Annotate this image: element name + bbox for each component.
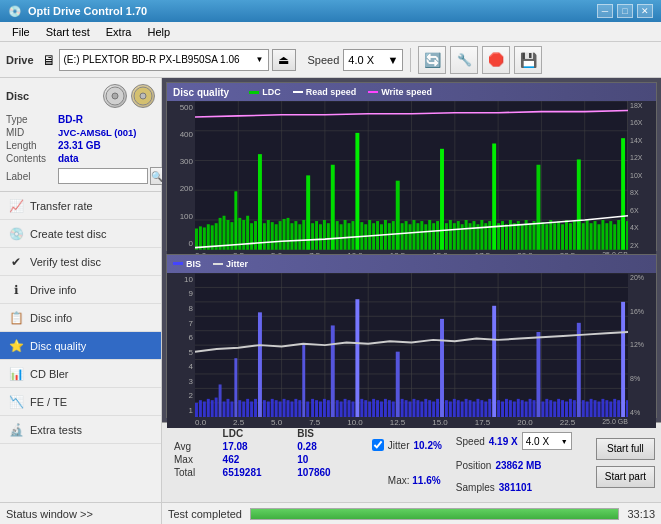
y-label: 7 — [189, 319, 193, 328]
svg-rect-149 — [199, 400, 202, 417]
menu-bar: File Start test Extra Help — [0, 22, 661, 42]
svg-rect-79 — [432, 223, 435, 250]
speed-value: 4.0 X — [348, 54, 374, 66]
svg-rect-40 — [275, 224, 278, 250]
drive-dropdown-value: (E:) PLEXTOR BD-R PX-LB950SA 1.06 — [64, 54, 240, 65]
svg-rect-214 — [461, 401, 464, 417]
jitter-max-label: Max: — [388, 475, 412, 486]
menu-extra[interactable]: Extra — [98, 24, 140, 40]
chart2-title: BIS Jitter — [173, 259, 248, 269]
nav-drive-info[interactable]: ℹ Drive info — [0, 276, 161, 304]
nav-fe-te-label: FE / TE — [30, 396, 67, 408]
col-header-bis: BIS — [291, 427, 358, 440]
svg-rect-122 — [605, 223, 608, 250]
speed-dropdown[interactable]: 4.0 X ▼ — [343, 49, 403, 71]
stats-left: LDC BIS Avg 17.08 0.28 Max 462 — [162, 423, 364, 502]
svg-rect-238 — [557, 399, 560, 417]
nav-verify-test-disc[interactable]: ✔ Verify test disc — [0, 248, 161, 276]
svg-rect-48 — [306, 175, 310, 249]
chart2-container: BIS Jitter 10 9 8 7 6 — [166, 254, 657, 418]
y-right-label: 12% — [630, 341, 644, 348]
svg-rect-119 — [594, 221, 597, 250]
save-button[interactable]: 💾 — [514, 46, 542, 74]
x-axis-label: 2.5 — [233, 418, 244, 427]
svg-rect-192 — [372, 399, 375, 417]
chart1-title-bar: Disc quality LDC Read speed Write speed — [167, 83, 656, 101]
menu-file[interactable]: File — [4, 24, 38, 40]
create-test-disc-icon: 💿 — [8, 226, 24, 242]
minimize-button[interactable]: ─ — [597, 4, 613, 18]
drive-dropdown[interactable]: (E:) PLEXTOR BD-R PX-LB950SA 1.06 ▼ — [59, 49, 269, 71]
nav-create-test-disc[interactable]: 💿 Create test disc — [0, 220, 161, 248]
jitter-legend-label: Jitter — [226, 259, 248, 269]
svg-rect-181 — [327, 400, 330, 417]
svg-rect-36 — [258, 154, 262, 250]
svg-rect-71 — [401, 223, 404, 250]
y-right-label: 6X — [630, 207, 639, 214]
extra-tests-icon: 🔬 — [8, 422, 24, 438]
nav-disc-quality-label: Disc quality — [30, 340, 86, 352]
svg-rect-58 — [348, 223, 351, 250]
y-label: 9 — [189, 289, 193, 298]
settings-button[interactable]: 🔧 — [450, 46, 478, 74]
svg-rect-220 — [484, 401, 487, 417]
progress-bar-fill — [251, 509, 618, 519]
close-button[interactable]: ✕ — [637, 4, 653, 18]
chart1-title: Disc quality LDC Read speed Write speed — [173, 87, 432, 98]
jitter-checkbox[interactable] — [372, 439, 384, 451]
start-part-button[interactable]: Start part — [596, 466, 655, 488]
chart2-body: 10 9 8 7 6 5 4 3 2 1 — [167, 273, 656, 417]
svg-rect-76 — [420, 221, 423, 250]
svg-rect-72 — [405, 221, 408, 250]
stats-table: LDC BIS Avg 17.08 0.28 Max 462 — [168, 427, 358, 479]
chevron-down-icon: ▼ — [561, 438, 568, 445]
menu-help[interactable]: Help — [139, 24, 178, 40]
svg-rect-51 — [319, 224, 322, 250]
svg-rect-78 — [428, 220, 431, 250]
status-window-label: Status window >> — [6, 508, 93, 520]
svg-rect-88 — [469, 223, 472, 250]
start-full-button[interactable]: Start full — [596, 438, 655, 460]
menu-start-test[interactable]: Start test — [38, 24, 98, 40]
svg-rect-81 — [440, 149, 444, 250]
svg-rect-209 — [440, 319, 444, 417]
svg-rect-222 — [492, 306, 496, 417]
speed-stat-select[interactable]: 4.0 X ▼ — [522, 432, 572, 450]
samples-row: Samples 381101 — [456, 482, 584, 493]
disc-icon-2 — [131, 84, 155, 108]
jitter-max-value: 11.6% — [412, 475, 440, 486]
restore-button[interactable]: □ — [617, 4, 633, 18]
nav-fe-te[interactable]: 📉 FE / TE — [0, 388, 161, 416]
svg-rect-253 — [617, 400, 620, 417]
disc-mid-value: JVC-AMS6L (001) — [58, 127, 137, 138]
nav-disc-info[interactable]: 📋 Disc info — [0, 304, 161, 332]
nav-transfer-rate[interactable]: 📈 Transfer rate — [0, 192, 161, 220]
fe-te-icon: 📉 — [8, 394, 24, 410]
svg-rect-170 — [283, 399, 286, 417]
eject-button[interactable]: ⏏ — [272, 49, 296, 71]
status-window-button[interactable]: Status window >> — [0, 502, 162, 524]
svg-rect-184 — [340, 401, 343, 417]
svg-rect-94 — [492, 144, 496, 250]
chart1-y-axis-left: 500 400 300 200 100 0 — [167, 101, 195, 250]
svg-rect-160 — [242, 401, 245, 417]
svg-rect-158 — [234, 358, 237, 417]
svg-rect-49 — [311, 223, 314, 250]
title-bar-controls: ─ □ ✕ — [597, 4, 653, 18]
svg-rect-243 — [577, 323, 581, 417]
svg-rect-154 — [219, 384, 222, 417]
disc-fields: Type BD-R MID JVC-AMS6L (001) Length 23.… — [6, 114, 155, 185]
nav-extra-tests[interactable]: 🔬 Extra tests — [0, 416, 161, 444]
refresh-button[interactable]: 🔄 — [418, 46, 446, 74]
bottom-bar: Status window >> Test completed 33:13 — [0, 502, 661, 524]
disc-label-input[interactable] — [58, 168, 148, 184]
svg-rect-202 — [412, 399, 415, 417]
svg-rect-186 — [348, 400, 351, 417]
nav-disc-quality[interactable]: ⭐ Disc quality — [0, 332, 161, 360]
nav-cd-bler[interactable]: 📊 CD Bler — [0, 360, 161, 388]
svg-rect-198 — [396, 351, 400, 417]
svg-rect-244 — [582, 400, 585, 417]
info-button[interactable]: 🛑 — [482, 46, 510, 74]
chart1-container: Disc quality LDC Read speed Write speed — [166, 82, 657, 251]
svg-rect-99 — [513, 223, 516, 250]
